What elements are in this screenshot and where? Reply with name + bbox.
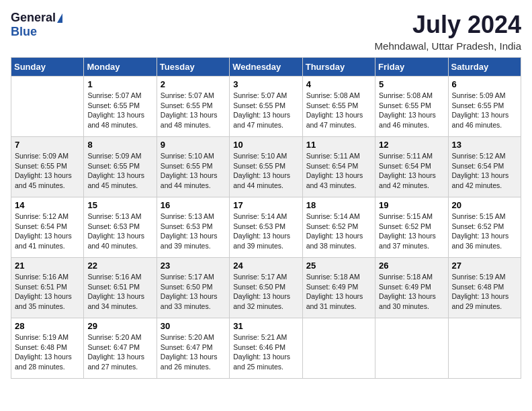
calendar-cell: 26Sunrise: 5:18 AM Sunset: 6:49 PM Dayli… — [375, 258, 448, 318]
calendar-cell: 23Sunrise: 5:17 AM Sunset: 6:50 PM Dayli… — [157, 258, 229, 318]
logo-arrow-icon — [57, 13, 62, 23]
day-header-sunday: Sunday — [11, 58, 84, 77]
logo-general: General — [11, 11, 56, 25]
cell-info: Sunrise: 5:19 AM Sunset: 6:48 PM Dayligh… — [452, 272, 517, 312]
cell-date-number: 30 — [161, 321, 226, 331]
calendar-cell: 19Sunrise: 5:15 AM Sunset: 6:52 PM Dayli… — [375, 197, 448, 258]
calendar-cell — [11, 77, 84, 137]
title-area: July 2024 Mehndawal, Uttar Pradesh, Indi… — [375, 11, 521, 52]
cell-date-number: 6 — [452, 79, 517, 89]
cell-info: Sunrise: 5:20 AM Sunset: 6:47 PM Dayligh… — [161, 332, 226, 372]
cell-info: Sunrise: 5:14 AM Sunset: 6:53 PM Dayligh… — [233, 212, 298, 251]
cell-date-number: 10 — [233, 140, 298, 150]
cell-info: Sunrise: 5:16 AM Sunset: 6:51 PM Dayligh… — [87, 272, 152, 312]
location-title: Mehndawal, Uttar Pradesh, India — [375, 40, 521, 52]
day-header-thursday: Thursday — [302, 58, 375, 77]
cell-date-number: 1 — [87, 79, 152, 89]
day-header-monday: Monday — [84, 58, 157, 77]
calendar-cell: 10Sunrise: 5:10 AM Sunset: 6:55 PM Dayli… — [230, 137, 302, 197]
cell-info: Sunrise: 5:13 AM Sunset: 6:53 PM Dayligh… — [87, 212, 152, 251]
calendar-cell: 31Sunrise: 5:21 AM Sunset: 6:46 PM Dayli… — [230, 318, 302, 379]
calendar-cell: 7Sunrise: 5:09 AM Sunset: 6:55 PM Daylig… — [11, 137, 84, 197]
calendar-cell: 3Sunrise: 5:07 AM Sunset: 6:55 PM Daylig… — [230, 77, 302, 137]
day-header-saturday: Saturday — [448, 58, 521, 77]
calendar-cell — [375, 318, 448, 379]
cell-date-number: 17 — [233, 200, 298, 210]
calendar-cell: 15Sunrise: 5:13 AM Sunset: 6:53 PM Dayli… — [84, 197, 157, 258]
week-row-2: 7Sunrise: 5:09 AM Sunset: 6:55 PM Daylig… — [11, 137, 521, 197]
calendar-cell: 14Sunrise: 5:12 AM Sunset: 6:54 PM Dayli… — [11, 197, 84, 258]
calendar-cell: 1Sunrise: 5:07 AM Sunset: 6:55 PM Daylig… — [84, 77, 157, 137]
cell-date-number: 7 — [15, 140, 80, 150]
calendar-cell — [302, 318, 375, 379]
cell-date-number: 20 — [452, 200, 517, 210]
calendar-cell: 5Sunrise: 5:08 AM Sunset: 6:55 PM Daylig… — [375, 77, 448, 137]
cell-info: Sunrise: 5:07 AM Sunset: 6:55 PM Dayligh… — [161, 91, 226, 130]
cell-date-number: 12 — [379, 140, 444, 150]
cell-info: Sunrise: 5:09 AM Sunset: 6:55 PM Dayligh… — [452, 91, 517, 130]
calendar-cell: 8Sunrise: 5:09 AM Sunset: 6:55 PM Daylig… — [84, 137, 157, 197]
cell-date-number: 9 — [161, 140, 226, 150]
cell-info: Sunrise: 5:20 AM Sunset: 6:47 PM Dayligh… — [87, 332, 152, 372]
cell-info: Sunrise: 5:10 AM Sunset: 6:55 PM Dayligh… — [233, 151, 298, 191]
header-row: SundayMondayTuesdayWednesdayThursdayFrid… — [11, 58, 521, 77]
cell-date-number: 3 — [233, 79, 298, 89]
cell-info: Sunrise: 5:21 AM Sunset: 6:46 PM Dayligh… — [233, 332, 298, 372]
cell-info: Sunrise: 5:08 AM Sunset: 6:55 PM Dayligh… — [379, 91, 444, 130]
cell-info: Sunrise: 5:15 AM Sunset: 6:52 PM Dayligh… — [379, 212, 444, 251]
cell-info: Sunrise: 5:16 AM Sunset: 6:51 PM Dayligh… — [15, 272, 80, 312]
week-row-3: 14Sunrise: 5:12 AM Sunset: 6:54 PM Dayli… — [11, 197, 521, 258]
cell-date-number: 22 — [87, 261, 152, 271]
cell-info: Sunrise: 5:19 AM Sunset: 6:48 PM Dayligh… — [15, 332, 80, 372]
cell-info: Sunrise: 5:13 AM Sunset: 6:53 PM Dayligh… — [161, 212, 226, 251]
calendar-cell: 21Sunrise: 5:16 AM Sunset: 6:51 PM Dayli… — [11, 258, 84, 318]
cell-date-number: 4 — [306, 79, 371, 89]
day-header-wednesday: Wednesday — [230, 58, 302, 77]
cell-info: Sunrise: 5:09 AM Sunset: 6:55 PM Dayligh… — [87, 151, 152, 191]
calendar-cell: 22Sunrise: 5:16 AM Sunset: 6:51 PM Dayli… — [84, 258, 157, 318]
cell-date-number: 27 — [452, 261, 517, 271]
calendar-cell: 12Sunrise: 5:11 AM Sunset: 6:54 PM Dayli… — [375, 137, 448, 197]
calendar-cell: 4Sunrise: 5:08 AM Sunset: 6:55 PM Daylig… — [302, 77, 375, 137]
header: General Blue July 2024 Mehndawal, Uttar … — [11, 11, 521, 52]
cell-date-number: 19 — [379, 200, 444, 210]
cell-date-number: 31 — [233, 321, 298, 331]
logo-blue: Blue — [11, 25, 37, 39]
logo: General Blue — [11, 11, 62, 39]
calendar-cell: 24Sunrise: 5:17 AM Sunset: 6:50 PM Dayli… — [230, 258, 302, 318]
cell-info: Sunrise: 5:17 AM Sunset: 6:50 PM Dayligh… — [161, 272, 226, 312]
cell-info: Sunrise: 5:12 AM Sunset: 6:54 PM Dayligh… — [452, 151, 517, 191]
cell-info: Sunrise: 5:17 AM Sunset: 6:50 PM Dayligh… — [233, 272, 298, 312]
cell-date-number: 18 — [306, 200, 371, 210]
cell-date-number: 16 — [161, 200, 226, 210]
cell-date-number: 21 — [15, 261, 80, 271]
cell-date-number: 8 — [87, 140, 152, 150]
calendar-cell: 27Sunrise: 5:19 AM Sunset: 6:48 PM Dayli… — [448, 258, 521, 318]
week-row-1: 1Sunrise: 5:07 AM Sunset: 6:55 PM Daylig… — [11, 77, 521, 137]
cell-info: Sunrise: 5:11 AM Sunset: 6:54 PM Dayligh… — [306, 151, 371, 191]
cell-date-number: 25 — [306, 261, 371, 271]
cell-info: Sunrise: 5:15 AM Sunset: 6:52 PM Dayligh… — [452, 212, 517, 251]
cell-info: Sunrise: 5:07 AM Sunset: 6:55 PM Dayligh… — [87, 91, 152, 130]
cell-date-number: 29 — [87, 321, 152, 331]
cell-info: Sunrise: 5:07 AM Sunset: 6:55 PM Dayligh… — [233, 91, 298, 130]
calendar-cell: 11Sunrise: 5:11 AM Sunset: 6:54 PM Dayli… — [302, 137, 375, 197]
calendar-cell: 29Sunrise: 5:20 AM Sunset: 6:47 PM Dayli… — [84, 318, 157, 379]
cell-info: Sunrise: 5:11 AM Sunset: 6:54 PM Dayligh… — [379, 151, 444, 191]
calendar-cell: 28Sunrise: 5:19 AM Sunset: 6:48 PM Dayli… — [11, 318, 84, 379]
calendar-cell: 17Sunrise: 5:14 AM Sunset: 6:53 PM Dayli… — [230, 197, 302, 258]
calendar-cell: 16Sunrise: 5:13 AM Sunset: 6:53 PM Dayli… — [157, 197, 229, 258]
month-title: July 2024 — [375, 11, 521, 39]
cell-info: Sunrise: 5:14 AM Sunset: 6:52 PM Dayligh… — [306, 212, 371, 251]
cell-date-number: 13 — [452, 140, 517, 150]
calendar-cell: 30Sunrise: 5:20 AM Sunset: 6:47 PM Dayli… — [157, 318, 229, 379]
cell-date-number: 14 — [15, 200, 80, 210]
calendar-cell: 2Sunrise: 5:07 AM Sunset: 6:55 PM Daylig… — [157, 77, 229, 137]
calendar-cell: 9Sunrise: 5:10 AM Sunset: 6:55 PM Daylig… — [157, 137, 229, 197]
cell-date-number: 5 — [379, 79, 444, 89]
cell-info: Sunrise: 5:09 AM Sunset: 6:55 PM Dayligh… — [15, 151, 80, 191]
calendar-cell: 20Sunrise: 5:15 AM Sunset: 6:52 PM Dayli… — [448, 197, 521, 258]
cell-date-number: 11 — [306, 140, 371, 150]
day-header-tuesday: Tuesday — [157, 58, 229, 77]
cell-info: Sunrise: 5:08 AM Sunset: 6:55 PM Dayligh… — [306, 91, 371, 130]
